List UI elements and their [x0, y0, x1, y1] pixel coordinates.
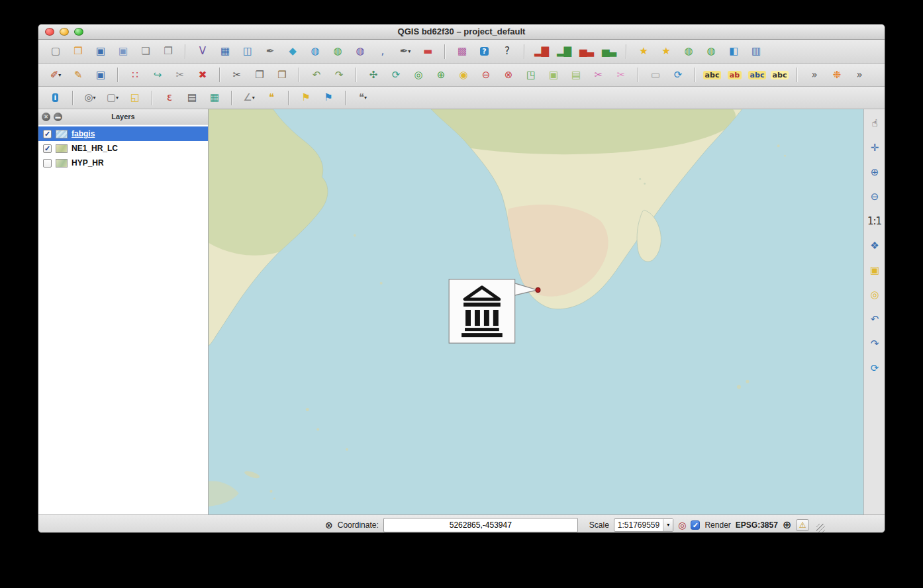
measure-line-button[interactable]: ∠▾	[238, 89, 260, 107]
layer-label[interactable]: NE1_HR_LC	[72, 144, 118, 153]
add-ring-button[interactable]: ◎	[408, 66, 429, 83]
identify-features-button[interactable]: i	[45, 89, 66, 107]
add-postgis-layer-button[interactable]: ◫	[237, 43, 258, 60]
profile-green-icon-button[interactable]: ▅▃	[599, 43, 620, 60]
zoom-window-button[interactable]	[74, 28, 83, 36]
add-raster-layer-button[interactable]: ▦	[215, 43, 236, 60]
add-wms-layer-button[interactable]: ◍	[305, 43, 326, 60]
split-features-button[interactable]: ✂	[588, 66, 609, 83]
pan-to-selected-button[interactable]: ✛	[865, 139, 884, 156]
new-project-button[interactable]: ▢	[45, 43, 66, 60]
zoom-out-button[interactable]: ⊖	[865, 188, 884, 205]
layer-item-ne1-hr-lc[interactable]: ✓ NE1_HR_LC	[38, 141, 208, 156]
show-bookmarks-button[interactable]: ⚑	[318, 89, 339, 107]
offset-curve-button[interactable]: ↪	[147, 66, 168, 83]
zoom-next-button[interactable]: ↷	[865, 335, 884, 352]
undo-button[interactable]: ↶	[306, 66, 327, 83]
save-project-button[interactable]: ▣	[90, 43, 111, 60]
zoom-to-layer-button[interactable]: ▣	[865, 262, 884, 279]
help-contents-button[interactable]: ?	[474, 43, 495, 60]
scale-combo[interactable]: 1:51769559 ▾	[614, 518, 673, 532]
close-panel-button[interactable]: ✕	[42, 113, 50, 121]
add-vector-layer-button[interactable]: V	[192, 43, 213, 60]
add-delimited-text-layer-button[interactable]: ,	[372, 43, 393, 60]
add-mssql-layer-button[interactable]: ◆	[282, 43, 303, 60]
scale-magnifier-icon[interactable]: ◎	[678, 520, 686, 530]
statistical-summary-button[interactable]: ▦	[204, 89, 225, 107]
flame-plugin-button[interactable]: ❉	[826, 66, 848, 83]
move-label-button[interactable]: abc	[747, 66, 768, 83]
split-parts-button[interactable]: ✂	[610, 66, 632, 83]
current-edits-dropdown-button[interactable]: ✐▾	[45, 66, 66, 83]
log-messages-icon[interactable]: ⚠	[796, 519, 809, 531]
zoom-to-selection-button[interactable]: ◎	[865, 286, 884, 303]
database-manager-button[interactable]: ▥	[746, 43, 767, 60]
open-project-button[interactable]: ❒	[68, 43, 89, 60]
refresh-map-button[interactable]: ⟳	[865, 360, 884, 377]
copy-features-button[interactable]: ❐	[249, 66, 270, 83]
layer-item-hyp-hr[interactable]: HYP_HR	[38, 156, 208, 170]
add-wcs-layer-button[interactable]: ◍	[327, 43, 348, 60]
resize-grip[interactable]	[816, 524, 825, 532]
node-tool-button[interactable]: ✣	[363, 66, 384, 83]
collapse-panel-button[interactable]: ▬	[54, 113, 62, 121]
open-attribute-table-button[interactable]: ▤	[181, 89, 203, 107]
delete-part-button[interactable]: ⊗	[498, 66, 519, 83]
layer-label[interactable]: HYP_HR	[72, 158, 104, 168]
rotate-point-symbols-button[interactable]: ⟳	[667, 66, 689, 83]
globe-star-button-1[interactable]: ◍	[678, 43, 699, 60]
star-button[interactable]: ★	[656, 43, 677, 60]
annotation-pen-dropdown-button[interactable]: ✒▾	[395, 43, 416, 60]
pan-map-button[interactable]: ☝	[865, 115, 884, 132]
layer-labeling-button[interactable]: abc	[702, 66, 723, 83]
more-tools-chevron-1[interactable]: »	[804, 66, 825, 83]
new-bookmark-button[interactable]: ⚑	[295, 89, 316, 107]
zoom-actual-size-button[interactable]: 1:1	[865, 213, 884, 230]
zoom-last-button[interactable]: ↶	[865, 311, 884, 328]
change-label-button[interactable]: abc	[769, 66, 791, 83]
location-marker[interactable]	[536, 287, 540, 292]
select-features-menu-button[interactable]: ◎▾	[79, 89, 101, 107]
deselect-all-button[interactable]: ◱	[124, 89, 146, 107]
coordinate-input[interactable]	[383, 518, 578, 532]
mouse-position-icon[interactable]: ⊛	[325, 520, 333, 530]
profile-red-icon-button[interactable]: ▅▃	[576, 43, 597, 60]
reshape-features-button[interactable]: ◳	[520, 66, 542, 83]
histogram-red-icon-button[interactable]: ▂▇	[531, 43, 552, 60]
title-bar[interactable]: QGIS bd62f30 – project_default	[38, 24, 885, 40]
oracle-layer-button[interactable]: ▬	[417, 43, 438, 60]
close-window-button[interactable]	[45, 28, 54, 36]
new-print-composer-button[interactable]: ❏	[135, 43, 156, 60]
render-checkbox[interactable]: ✓	[691, 520, 700, 530]
pin-labels-button[interactable]: ab	[724, 66, 746, 83]
redo-button[interactable]: ↷	[328, 66, 350, 83]
delete-ring-button[interactable]: ⊖	[475, 66, 497, 83]
layer-visibility-checkbox[interactable]: ✓	[43, 144, 52, 153]
crs-status-icon[interactable]: ⊕	[783, 520, 791, 530]
add-spatialite-layer-button[interactable]: ✒	[260, 43, 281, 60]
map-canvas[interactable]	[209, 109, 863, 514]
histogram-green-icon-button[interactable]: ▂▇	[554, 43, 575, 60]
fill-ring-button[interactable]: ◉	[453, 66, 474, 83]
toggle-editing-button[interactable]: ✎	[68, 66, 89, 83]
whats-this-button[interactable]: ?	[497, 43, 518, 60]
delete-selected-button[interactable]: ✖	[192, 66, 213, 83]
map-window-button[interactable]: ◧	[723, 43, 744, 60]
layer-item-fabgis[interactable]: ✓ fabgis	[38, 126, 208, 141]
minimize-window-button[interactable]	[60, 28, 69, 36]
layer-visibility-checkbox[interactable]: ✓	[43, 130, 52, 138]
save-project-as-button[interactable]: ▣	[113, 43, 134, 60]
simplify-feature-button[interactable]: ✂	[170, 66, 191, 83]
trim-extend-button[interactable]: ▭	[645, 66, 666, 83]
layer-label[interactable]: fabgis	[72, 129, 95, 138]
plugin-manager-button[interactable]: ▩	[452, 43, 473, 60]
more-tools-chevron-2[interactable]: »	[849, 66, 870, 83]
globe-star-button-2[interactable]: ◍	[701, 43, 722, 60]
zoom-full-extent-button[interactable]: ❖	[865, 237, 884, 254]
scale-dropdown-button[interactable]: ▾	[663, 519, 673, 531]
rotate-feature-button[interactable]: ⟳	[385, 66, 407, 83]
select-rectangle-button[interactable]: ▢▾	[102, 89, 123, 107]
map-tips-button[interactable]: ❝	[261, 89, 282, 107]
cut-features-button[interactable]: ✂	[226, 66, 248, 83]
text-annotation-dropdown-button[interactable]: ❝▾	[352, 89, 373, 107]
